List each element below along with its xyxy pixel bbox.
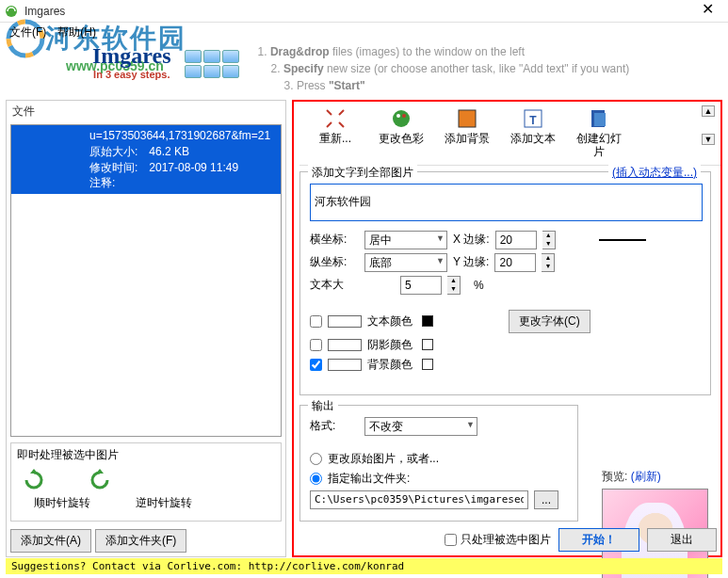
output-path-input[interactable]: [310, 490, 528, 509]
sample-preview: [599, 239, 646, 241]
percent-label: %: [474, 279, 484, 292]
text-color-swatch[interactable]: [328, 315, 362, 328]
format-label: 格式:: [310, 418, 359, 434]
format-select[interactable]: 不改变: [364, 417, 477, 436]
change-font-button[interactable]: 更改字体(C): [509, 310, 590, 333]
suggestion-bar: Suggestions? Contact via Corlive.com: ht…: [6, 558, 722, 574]
bg-color-pick[interactable]: [422, 359, 433, 370]
rotate-cw-label: 顺时针旋转: [23, 495, 102, 511]
slideshow-icon: [588, 107, 610, 130]
menu-help[interactable]: 帮助(H): [52, 23, 102, 42]
svg-point-3: [393, 110, 410, 127]
add-file-button[interactable]: 添加文件(A): [10, 529, 91, 553]
output-section-title: 输出: [308, 398, 338, 414]
text-color-label: 文本颜色: [367, 313, 413, 329]
y-margin-label: Y 边缘:: [453, 254, 489, 270]
tool-add-text[interactable]: T 添加文本: [509, 107, 558, 159]
tool-slideshow[interactable]: 创建幻灯片: [574, 107, 623, 159]
only-selected-label: 只处理被选中图片: [461, 532, 551, 548]
text-size-spinner[interactable]: ▲▼: [447, 276, 461, 295]
preview-refresh-link[interactable]: (刷新): [631, 470, 661, 483]
h-align-label: 横坐标:: [310, 232, 359, 248]
rotate-ccw-icon[interactable]: [89, 469, 111, 491]
overwrite-radio[interactable]: [310, 453, 322, 465]
steps-illustration: [185, 43, 245, 85]
bg-color-check[interactable]: [310, 359, 322, 371]
immediate-title: 即时处理被选中图片: [17, 447, 275, 463]
svg-rect-6: [459, 110, 476, 127]
preview-label: 预览:: [602, 470, 627, 483]
resize-icon: [324, 107, 347, 130]
svg-point-5: [402, 114, 406, 118]
text-color-pick[interactable]: [422, 315, 433, 327]
shadow-color-pick[interactable]: [422, 339, 433, 350]
insert-variable-link[interactable]: (插入动态变量...): [608, 165, 701, 181]
tool-color[interactable]: 更改色彩: [377, 107, 426, 159]
folder-label: 指定输出文件夹:: [328, 471, 410, 487]
v-align-label: 纵坐标:: [310, 254, 359, 270]
y-margin-spinner[interactable]: ▲▼: [542, 253, 555, 272]
app-icon: [4, 4, 19, 19]
svg-point-4: [396, 114, 400, 118]
text-icon: T: [522, 107, 544, 130]
rotate-ccw-label: 逆时针旋转: [124, 495, 203, 511]
x-margin-label: X 边缘:: [453, 232, 490, 248]
toolbar-scroll-down[interactable]: ▼: [702, 134, 715, 145]
text-size-input[interactable]: [400, 276, 442, 295]
svg-rect-10: [594, 113, 606, 126]
x-margin-spinner[interactable]: ▲▼: [542, 231, 556, 249]
background-icon: [456, 107, 478, 130]
add-folder-button[interactable]: 添加文件夹(F): [95, 529, 186, 553]
window-title: Imgares: [24, 5, 690, 18]
bg-color-label: 背景颜色: [367, 357, 413, 373]
palette-icon: [390, 107, 413, 130]
text-size-label: 文本大: [310, 277, 359, 293]
y-margin-input[interactable]: [494, 253, 536, 272]
overwrite-label: 更改原始图片，或者...: [328, 451, 439, 467]
svg-text:T: T: [529, 114, 537, 127]
tool-resize[interactable]: 重新...: [311, 107, 360, 159]
rotate-cw-icon[interactable]: [23, 469, 45, 491]
addtext-section-title: 添加文字到全部图片: [308, 165, 417, 181]
h-align-select[interactable]: 居中: [364, 231, 447, 249]
text-color-check[interactable]: [310, 315, 322, 328]
browse-button[interactable]: ...: [534, 490, 558, 509]
start-button[interactable]: 开始！: [558, 528, 639, 552]
menu-file[interactable]: 文件(F): [4, 23, 52, 42]
exit-button[interactable]: 退出: [647, 528, 717, 552]
only-selected-check[interactable]: [445, 534, 457, 546]
shadow-color-check[interactable]: [310, 339, 322, 351]
tool-background[interactable]: 添加背景: [443, 107, 492, 159]
shadow-color-label: 阴影颜色: [367, 337, 413, 353]
close-button[interactable]: ✕: [690, 0, 724, 23]
x-margin-input[interactable]: [495, 231, 537, 249]
steps-text: 1. Drag&drop files (images) to the windo…: [258, 43, 630, 94]
file-list[interactable]: u=1573503644,1731902687&fm=21 原始大小: 46.2…: [10, 124, 282, 437]
shadow-color-swatch[interactable]: [328, 339, 362, 351]
folder-radio[interactable]: [310, 473, 322, 485]
files-group-title: 文件: [7, 101, 285, 122]
logo-area: Imgares In 3 easy steps.: [92, 43, 171, 80]
v-align-select[interactable]: 底部: [364, 253, 447, 272]
bg-color-swatch[interactable]: [328, 359, 362, 371]
toolbar-scroll-up[interactable]: ▲: [702, 105, 715, 117]
text-content-input[interactable]: [310, 184, 703, 221]
file-item[interactable]: u=1573503644,1731902687&fm=21 原始大小: 46.2…: [11, 125, 281, 194]
